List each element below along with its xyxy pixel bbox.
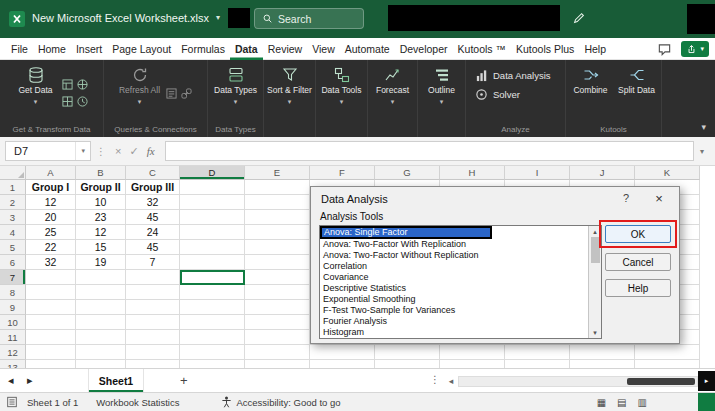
cell-E11[interactable]: [245, 330, 310, 345]
column-header-F[interactable]: F: [310, 166, 375, 180]
formula-bar-expand-icon[interactable]: ▾: [700, 147, 704, 156]
chevron-down-icon[interactable]: ▾: [75, 142, 90, 160]
cell-D4[interactable]: [180, 225, 245, 240]
row-header-2[interactable]: 2: [0, 195, 26, 210]
workbook-statistics[interactable]: Workbook Statistics: [96, 397, 179, 408]
cell-B3[interactable]: 23: [76, 210, 126, 225]
cell-D13[interactable]: [180, 360, 245, 368]
row-header-7[interactable]: 7: [0, 270, 26, 285]
cell-F13[interactable]: [310, 360, 375, 368]
chevron-down-icon[interactable]: ▾: [216, 13, 220, 22]
comment-icon[interactable]: [657, 42, 672, 57]
menu-tab-kutools[interactable]: Kutools ™: [453, 38, 511, 60]
cell-D3[interactable]: [180, 210, 245, 225]
cell-A12[interactable]: [26, 345, 76, 360]
sheet-nav-right-icon[interactable]: ▸: [27, 374, 33, 387]
row-header-12[interactable]: 12: [0, 345, 26, 360]
cell-C11[interactable]: [126, 330, 180, 345]
cell-B7[interactable]: [76, 270, 126, 285]
cell-C3[interactable]: 45: [126, 210, 180, 225]
sort-filter-button[interactable]: Sort & Filter ▾: [267, 62, 312, 124]
edit-links-icon[interactable]: [180, 86, 193, 101]
cell-A1[interactable]: Group I: [26, 180, 76, 195]
cell-C4[interactable]: 24: [126, 225, 180, 240]
cell-E10[interactable]: [245, 315, 310, 330]
row-header-6[interactable]: 6: [0, 255, 26, 270]
column-header-A[interactable]: A: [26, 166, 76, 180]
row-header-10[interactable]: 10: [0, 315, 26, 330]
data-types-button[interactable]: Data Types ▾: [214, 62, 257, 124]
forecast-button[interactable]: Forecast ▾: [372, 62, 414, 124]
menu-tab-insert[interactable]: Insert: [71, 38, 107, 60]
data-tools-button[interactable]: Data Tools ▾: [321, 62, 363, 124]
from-web-icon[interactable]: [76, 77, 89, 92]
name-box[interactable]: D7 ▾: [5, 141, 91, 161]
sheet-tab-sheet1[interactable]: Sheet1: [88, 369, 144, 392]
cell-E12[interactable]: [245, 345, 310, 360]
cell-B11[interactable]: [76, 330, 126, 345]
sheet-nav-left-icon[interactable]: ◂: [8, 374, 14, 387]
cell-C13[interactable]: [126, 360, 180, 368]
cell-J12[interactable]: [570, 345, 635, 360]
cell-A2[interactable]: 12: [26, 195, 76, 210]
scroll-right-icon[interactable]: ▸: [698, 371, 715, 391]
cell-D1[interactable]: [180, 180, 245, 195]
cell-D6[interactable]: [180, 255, 245, 270]
combine-button[interactable]: Combine: [570, 62, 612, 124]
analysis-tool-option[interactable]: Anova: Two-Factor With Replication: [320, 239, 588, 250]
menu-tab-developer[interactable]: Developer: [395, 38, 453, 60]
analysis-tool-option[interactable]: Histogram: [320, 327, 588, 338]
scroll-down-icon[interactable]: ▾: [593, 327, 597, 338]
cell-B13[interactable]: [76, 360, 126, 368]
scrollbar-track[interactable]: [458, 376, 698, 387]
row-header-9[interactable]: 9: [0, 300, 26, 315]
cell-B10[interactable]: [76, 315, 126, 330]
cell-I13[interactable]: [505, 360, 570, 368]
formula-input[interactable]: [165, 141, 694, 161]
cell-G13[interactable]: [375, 360, 440, 368]
cell-B1[interactable]: Group II: [76, 180, 126, 195]
cell-E3[interactable]: [245, 210, 310, 225]
cell-B9[interactable]: [76, 300, 126, 315]
cell-D12[interactable]: [180, 345, 245, 360]
analysis-tool-option[interactable]: Covariance: [320, 272, 588, 283]
dialog-close-icon[interactable]: ×: [652, 191, 666, 206]
cell-E4[interactable]: [245, 225, 310, 240]
cell-B5[interactable]: 15: [76, 240, 126, 255]
cell-D8[interactable]: [180, 285, 245, 300]
cell-E13[interactable]: [245, 360, 310, 368]
cell-C5[interactable]: 45: [126, 240, 180, 255]
page-break-view-icon[interactable]: ▥: [638, 397, 647, 408]
scrollbar-thumb[interactable]: [627, 378, 695, 385]
search-box[interactable]: Search: [254, 8, 364, 29]
from-text-csv-icon[interactable]: [61, 77, 74, 92]
select-all-corner[interactable]: [0, 166, 26, 180]
menu-tab-formulas[interactable]: Formulas: [176, 38, 230, 60]
ok-button[interactable]: OK: [605, 225, 671, 243]
cell-B2[interactable]: 10: [76, 195, 126, 210]
menu-tab-view[interactable]: View: [307, 38, 340, 60]
scroll-left-icon[interactable]: ◂: [444, 376, 458, 386]
from-table-icon[interactable]: [61, 94, 74, 109]
cell-K13[interactable]: [635, 360, 700, 368]
cell-G12[interactable]: [375, 345, 440, 360]
cancel-entry-icon[interactable]: ×: [115, 145, 121, 157]
column-header-E[interactable]: E: [245, 166, 310, 180]
cell-C12[interactable]: [126, 345, 180, 360]
accessibility-status[interactable]: Accessibility: Good to go: [221, 396, 340, 408]
cell-J13[interactable]: [570, 360, 635, 368]
add-sheet-button[interactable]: +: [180, 373, 188, 388]
cancel-button[interactable]: Cancel: [605, 253, 671, 271]
row-header-1[interactable]: 1: [0, 180, 26, 195]
cell-E5[interactable]: [245, 240, 310, 255]
menu-tab-review[interactable]: Review: [263, 38, 307, 60]
cell-D9[interactable]: [180, 300, 245, 315]
cell-D2[interactable]: [180, 195, 245, 210]
cell-B6[interactable]: 19: [76, 255, 126, 270]
cell-C8[interactable]: [126, 285, 180, 300]
column-header-J[interactable]: J: [570, 166, 635, 180]
cell-A13[interactable]: [26, 360, 76, 368]
row-header-13[interactable]: 13: [0, 360, 26, 368]
cell-K12[interactable]: [635, 345, 700, 360]
column-header-H[interactable]: H: [440, 166, 505, 180]
